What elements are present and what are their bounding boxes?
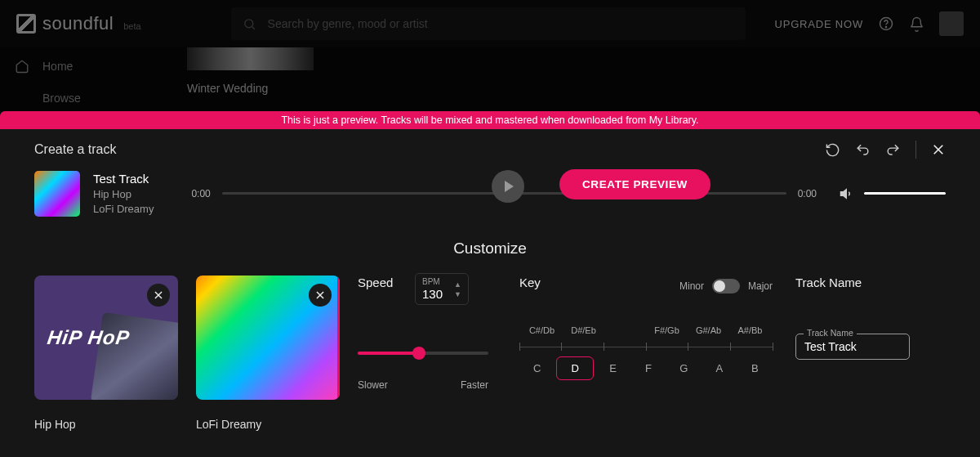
sidebar-item-browse[interactable]: Browse bbox=[15, 92, 145, 105]
sidebar-item-home[interactable]: Home bbox=[15, 59, 145, 74]
key-a[interactable]: A bbox=[702, 362, 737, 374]
background-content: Home Browse Winter Wedding bbox=[0, 47, 980, 111]
banner-text: This is just a preview. Tracks will be m… bbox=[281, 114, 698, 126]
genre-card-hiphop[interactable]: HiP HoP bbox=[34, 276, 178, 400]
volume bbox=[840, 186, 946, 201]
avatar[interactable] bbox=[939, 11, 964, 36]
sidebar-item-label: Browse bbox=[42, 92, 81, 105]
history-icon[interactable] bbox=[825, 142, 840, 158]
search-input[interactable] bbox=[268, 17, 734, 30]
chevron-down-icon[interactable]: ▼ bbox=[454, 290, 461, 298]
bpm-value: 130 bbox=[422, 287, 443, 301]
customize-heading: Customize bbox=[0, 240, 980, 258]
style-card-lofi[interactable] bbox=[196, 276, 340, 400]
chevron-up-icon[interactable]: ▲ bbox=[454, 280, 461, 289]
track-art bbox=[34, 171, 80, 217]
time-current: 0:00 bbox=[191, 188, 210, 199]
customize-body: HiP HoP Hip Hop LoFi Dreamy Speed BPM bbox=[0, 258, 980, 431]
logo-text: soundful bbox=[42, 13, 114, 34]
key-f[interactable]: F bbox=[630, 362, 666, 374]
redo-icon[interactable] bbox=[885, 142, 901, 158]
key-d-selected[interactable]: D bbox=[556, 356, 593, 380]
play-button[interactable] bbox=[492, 170, 524, 203]
remove-card-icon[interactable] bbox=[309, 284, 332, 307]
track-name-control: Track Name Track Name bbox=[795, 276, 910, 431]
panel-header: Create a track bbox=[0, 129, 980, 167]
controls: Speed BPM 130 ▲ ▼ Slower bbox=[358, 276, 946, 431]
card-label: LoFi Dreamy bbox=[196, 418, 340, 431]
speed-control: Speed BPM 130 ▲ ▼ Slower bbox=[358, 276, 497, 431]
bpm-stepper[interactable]: BPM 130 ▲ ▼ bbox=[415, 273, 469, 305]
upgrade-link[interactable]: UPGRADE NOW bbox=[775, 18, 863, 30]
card-label: Hip Hop bbox=[34, 418, 178, 431]
key-scale[interactable]: C#/Db D#/Eb F#/Gb G#/Ab A#/Bb C D E bbox=[519, 325, 773, 374]
sidebar-item-label: Home bbox=[42, 60, 73, 73]
svg-point-3 bbox=[885, 27, 886, 28]
panel-title: Create a track bbox=[34, 142, 116, 157]
create-preview-button[interactable]: CREATE PREVIEW bbox=[559, 169, 710, 199]
minor-label: Minor bbox=[679, 280, 704, 292]
toggle-knob bbox=[714, 280, 725, 292]
sharp-notes: C#/Db D#/Eb F#/Gb G#/Ab A#/Bb bbox=[519, 325, 773, 335]
key-b[interactable]: B bbox=[737, 362, 773, 374]
selection-cards: HiP HoP Hip Hop LoFi Dreamy bbox=[34, 276, 340, 431]
sidebar: Home Browse bbox=[0, 47, 159, 111]
bpm-label: BPM bbox=[422, 277, 443, 287]
svg-line-1 bbox=[252, 26, 254, 29]
key-c[interactable]: C bbox=[519, 362, 555, 374]
faster-label: Faster bbox=[461, 379, 488, 391]
undo-icon[interactable] bbox=[855, 142, 871, 158]
natural-notes: C D E F G A B bbox=[519, 362, 773, 374]
volume-slider[interactable] bbox=[864, 192, 946, 195]
header-actions: UPGRADE NOW bbox=[775, 11, 964, 36]
volume-icon[interactable] bbox=[840, 186, 854, 201]
major-label: Major bbox=[748, 280, 773, 292]
logo-icon bbox=[16, 14, 36, 34]
track-name-field-label: Track Name bbox=[804, 328, 857, 338]
close-icon[interactable] bbox=[931, 142, 946, 157]
player: 0:00 CREATE PREVIEW 0:00 bbox=[191, 186, 946, 201]
key-control: Key Minor Major C#/Db D#/Eb F#/Gb G#/Ab bbox=[519, 276, 773, 431]
divider bbox=[915, 141, 916, 159]
slower-label: Slower bbox=[358, 379, 388, 391]
key-line bbox=[519, 347, 773, 347]
help-icon[interactable] bbox=[878, 16, 894, 32]
bpm-arrows[interactable]: ▲ ▼ bbox=[454, 280, 461, 298]
template-thumbnail[interactable] bbox=[187, 47, 314, 70]
track-name-field[interactable]: Track Name bbox=[795, 334, 910, 360]
key-label: Key bbox=[519, 276, 541, 289]
svg-point-0 bbox=[244, 19, 252, 27]
track-meta: Test Track Hip Hop LoFi Dreamy bbox=[93, 170, 154, 217]
current-track-genre: Hip Hop bbox=[93, 187, 154, 202]
template-label: Winter Wedding bbox=[187, 82, 314, 95]
search-icon bbox=[243, 17, 256, 31]
beta-badge: beta bbox=[123, 21, 140, 31]
play-icon bbox=[505, 181, 514, 192]
key-e[interactable]: E bbox=[595, 362, 630, 374]
logo[interactable]: soundful beta bbox=[16, 13, 141, 34]
minor-major-toggle: Minor Major bbox=[679, 279, 773, 293]
svg-marker-6 bbox=[841, 189, 847, 198]
search-box[interactable] bbox=[231, 7, 746, 40]
track-name-input[interactable] bbox=[804, 340, 901, 353]
panel-actions bbox=[825, 141, 946, 159]
remove-card-icon[interactable] bbox=[147, 284, 170, 307]
preview-banner: This is just a preview. Tracks will be m… bbox=[0, 111, 980, 129]
player-row: Test Track Hip Hop LoFi Dreamy 0:00 CREA… bbox=[0, 167, 980, 217]
speed-slider[interactable] bbox=[358, 352, 488, 355]
create-track-panel: Create a track Test Track Hip Hop LoFi D… bbox=[0, 129, 980, 457]
slider-fill bbox=[358, 352, 419, 355]
current-track-name: Test Track bbox=[93, 170, 154, 187]
current-track-style: LoFi Dreamy bbox=[93, 202, 154, 217]
toggle-switch[interactable] bbox=[712, 279, 740, 293]
bell-icon[interactable] bbox=[909, 16, 924, 32]
home-icon bbox=[15, 59, 29, 74]
selected-indicator bbox=[337, 276, 340, 400]
top-bar: soundful beta UPGRADE NOW bbox=[0, 0, 980, 47]
time-total: 0:00 bbox=[798, 188, 817, 199]
slider-thumb[interactable] bbox=[412, 347, 425, 360]
track-name-heading: Track Name bbox=[795, 276, 910, 289]
card-art-text: HiP HoP bbox=[46, 326, 131, 349]
key-g[interactable]: G bbox=[666, 362, 702, 374]
